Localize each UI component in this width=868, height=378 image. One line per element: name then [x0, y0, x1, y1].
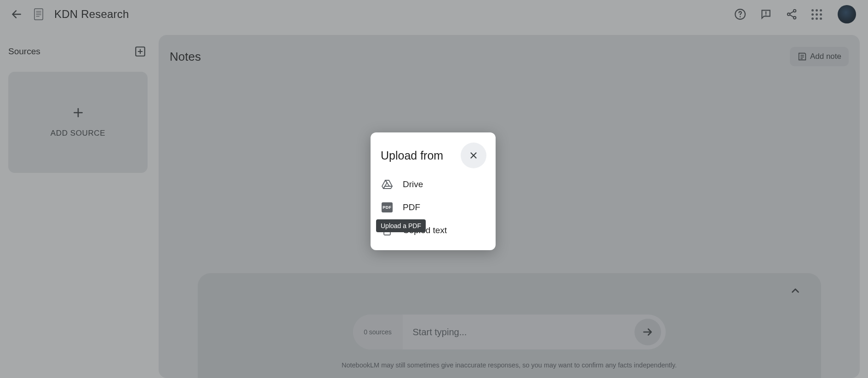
upload-from-dialog: Upload from Drive PDF PDF Copied text	[371, 132, 496, 250]
drive-icon	[382, 179, 393, 189]
upload-option-pdf[interactable]: PDF PDF	[381, 196, 486, 219]
svg-marker-26	[383, 186, 392, 189]
dialog-title: Upload from	[381, 149, 443, 162]
pdf-icon: PDF	[382, 202, 393, 212]
dialog-close-button[interactable]	[461, 143, 486, 168]
upload-option-drive[interactable]: Drive	[381, 173, 486, 196]
tooltip-upload-pdf: Upload a PDF	[376, 219, 426, 232]
close-icon	[468, 150, 479, 160]
upload-option-drive-label: Drive	[403, 179, 423, 189]
upload-option-pdf-label: PDF	[403, 202, 420, 212]
